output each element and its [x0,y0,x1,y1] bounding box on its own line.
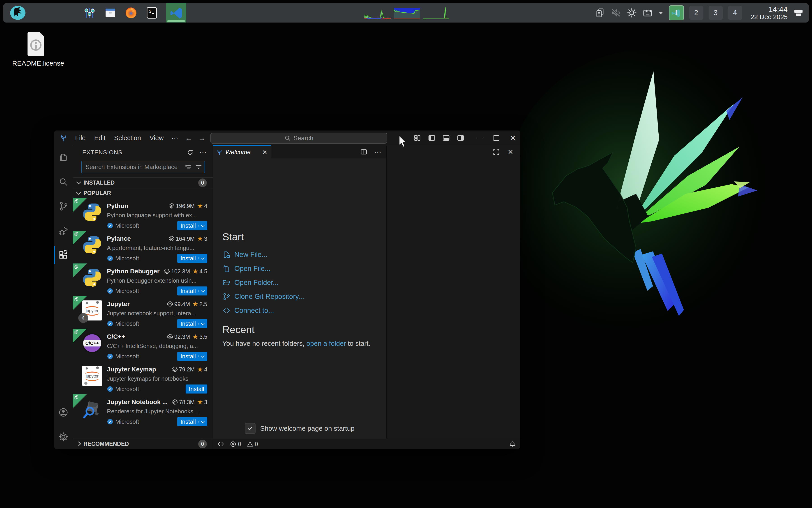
install-button[interactable]: Install [177,319,207,328]
section-recommended[interactable]: RECOMMENDED 0 [73,438,213,449]
workspace-4[interactable]: 4 [728,6,742,20]
extension-row-jupyter-notebook-renderers[interactable]: Jupyter Notebook ... 78.3M ★3 Renderers … [73,394,213,427]
os-logo-icon[interactable] [9,5,26,20]
extensions-icon [58,250,69,260]
file-icon [26,32,46,57]
activity-search[interactable] [54,170,73,194]
install-button[interactable]: Install [177,287,207,295]
workspace-3[interactable]: 3 [709,6,723,20]
extension-row-pylance[interactable]: Pylance 164.9M ★3 A performant, feature-… [73,231,213,263]
extension-row-jupyter-keymap[interactable]: jupyter Jupyter Keymap 79.2M ★4 Jupyter … [73,362,213,394]
file-manager-icon[interactable] [104,6,117,19]
maximize-button[interactable] [494,135,499,141]
install-dropdown[interactable] [198,421,204,423]
problems-errors[interactable]: 0 [230,441,241,448]
notifications-bell-icon[interactable] [509,441,516,447]
sidebar-title: EXTENSIONS [82,149,187,156]
volume-muted-icon[interactable] [611,8,621,18]
new-file-link[interactable]: New File... [222,248,386,262]
activity-extensions[interactable] [54,243,73,267]
workspace-1[interactable]: 1 [669,5,684,20]
section-popular[interactable]: POPULAR [73,188,213,198]
tray-panel-icon[interactable] [793,7,804,18]
desktop-file-label: README.license [12,59,60,67]
clone-repo-link[interactable]: Clone Git Repository... [222,290,386,304]
filter-icon[interactable] [195,163,202,171]
vscode-icon[interactable] [166,3,186,23]
toggle-primary-sidebar-icon[interactable] [428,134,435,141]
extensions-sidebar: EXTENSIONS ⋯ [73,145,213,449]
menu-selection[interactable]: Selection [110,133,145,143]
cpp-logo-icon: C/C++ [81,332,103,354]
install-dropdown[interactable] [198,323,204,325]
open-file-link[interactable]: Open File... [222,262,386,276]
mixer-icon[interactable] [83,6,96,19]
more-actions-icon[interactable]: ⋯ [199,148,207,157]
open-a-folder-link[interactable]: open a folder [306,340,346,347]
connect-to-link[interactable]: Connect to... [222,304,386,318]
toggle-secondary-sidebar-icon[interactable] [457,134,464,141]
terminal-icon[interactable]: $ [145,6,158,19]
command-center-search[interactable]: Search [210,133,387,143]
app-launchers: $ [83,3,186,23]
install-dropdown[interactable] [198,257,204,259]
open-folder-link[interactable]: Open Folder... [222,276,386,290]
close-window-button[interactable]: ✕ [510,134,516,142]
editor-group-2[interactable] [386,159,520,439]
brightness-icon[interactable] [627,8,637,18]
search-icon [58,177,69,187]
menu-edit[interactable]: Edit [90,133,110,143]
wallpaper-bird [496,34,812,417]
clipboard-icon[interactable] [595,8,606,18]
top-panel: $ [3,3,809,23]
install-button[interactable]: Install [186,384,207,393]
jupyter-logo-icon: jupyter 4 [81,300,103,321]
account-button[interactable] [54,400,73,425]
workspace-1-label: 1 [674,9,678,17]
install-button[interactable]: Install [177,352,207,361]
install-button[interactable]: Install [177,221,207,230]
menu-view[interactable]: View [145,133,168,143]
nav-back-icon[interactable]: ← [182,134,195,142]
extension-row-jupyter[interactable]: jupyter 4 Jupyter 99.4M ★2.5 Jupyter not… [73,296,213,329]
menu-file[interactable]: File [71,133,90,143]
nav-forward-icon[interactable]: → [195,134,208,142]
caret-down-icon[interactable] [658,11,664,15]
workspace-2[interactable]: 2 [689,6,703,20]
extension-row-python-debugger[interactable]: Python Debugger 102.3M ★4.5 Python Debug… [73,263,213,296]
toggle-panel-icon[interactable] [442,134,450,141]
refresh-icon[interactable] [187,149,194,156]
install-button[interactable]: Install [177,417,207,426]
customize-layout-icon[interactable] [414,134,421,141]
install-dropdown[interactable] [198,290,204,292]
settings-button[interactable] [54,425,73,449]
clear-filter-icon[interactable] [185,163,192,171]
minimize-button[interactable] [478,138,483,138]
welcome-startup-checkbox[interactable] [245,423,256,434]
activity-source-control[interactable] [54,194,73,218]
installed-count-badge: 0 [198,178,207,187]
problems-warnings[interactable]: 0 [247,441,258,448]
desktop-file-readme-license[interactable]: README.license [12,32,60,67]
remote-indicator-icon[interactable] [218,440,224,448]
install-button[interactable]: Install [177,254,207,263]
tab-close-icon[interactable]: ✕ [262,149,267,156]
section-installed[interactable]: INSTALLED 0 [73,177,213,188]
verified-publisher-icon [107,222,113,229]
keyboard-icon[interactable] [643,8,653,18]
split-editor-icon[interactable] [360,148,368,156]
downloads-icon [168,203,175,209]
menu-more-icon[interactable]: ⋯ [168,133,182,143]
close-group-icon[interactable]: ✕ [508,148,513,156]
editor-more-actions-icon[interactable]: ⋯ [374,147,381,156]
activity-explorer[interactable] [54,145,73,170]
extension-row-cpp[interactable]: C/C++ C/C++ 92.3M ★3.5 C/C++ IntelliSens… [73,329,213,362]
install-dropdown[interactable] [198,355,204,357]
extension-row-python[interactable]: Python 196.9M ★4 Python language support… [73,198,213,231]
firefox-icon[interactable] [124,6,138,19]
activity-run-debug[interactable] [54,218,73,243]
tab-welcome[interactable]: Welcome ✕ [213,145,271,159]
account-icon [58,407,69,418]
install-dropdown[interactable] [198,225,204,226]
expand-group-icon[interactable] [493,149,500,155]
